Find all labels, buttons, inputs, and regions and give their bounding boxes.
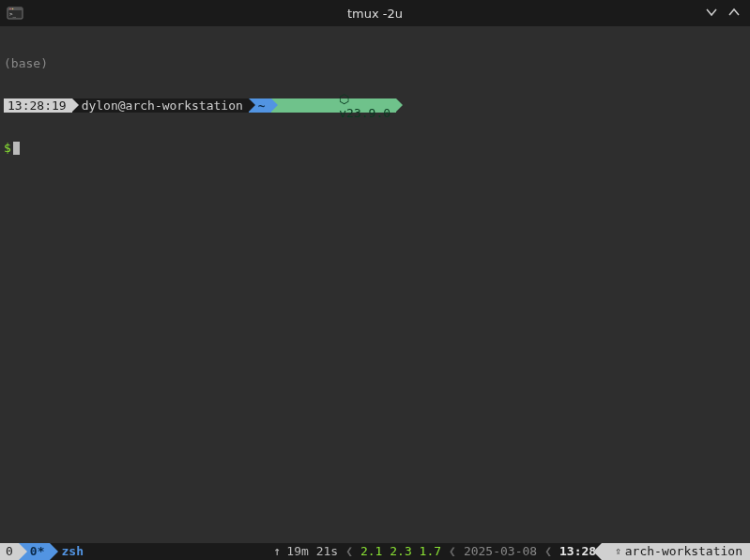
tmux-session-index: 0 [6,543,13,560]
tmux-host-segment: ⇪ arch-workstation [602,543,750,560]
prompt-line: 13:28:19 dylon@arch-workstation ~ ⬡ v23.… [4,98,746,113]
window-title: tmux -2u [0,7,750,21]
chevron-up-icon [727,6,741,19]
prompt-time: 13:28:19 [8,98,67,113]
window-maximize-button[interactable] [727,6,741,22]
chevron-down-icon [705,6,718,19]
tmux-loadavg: 2.1 2.3 1.7 [360,543,441,560]
prompt-userhost-segment: dylon@arch-workstation [72,98,249,113]
tmux-loadavg-segment: 2.1 2.3 1.7 [355,543,447,560]
tmux-window-index: 0* [30,543,45,560]
node-icon: ⬡ [339,92,349,106]
tmux-uptime-segment: ↑ 19m 21s [268,543,344,560]
tmux-date-segment: 2025-03-08 [458,543,543,560]
separator-icon: ❮ [344,543,355,560]
prompt-userhost: dylon@arch-workstation [82,98,243,113]
terminal-icon: >_ [7,5,23,22]
terminal-viewport[interactable]: (base) 13:28:19 dylon@arch-workstation ~… [0,26,750,543]
prompt-ps2: $ [4,141,11,155]
prompt-input-line[interactable]: $ [4,141,746,155]
separator-icon: ❮ [447,543,458,560]
tmux-session-segment[interactable]: 0 [0,543,19,560]
tmux-status-bar: 0 0* zsh ↑ 19m 21s ❮ 2.1 2.3 1.7 ❮ 2025-… [0,543,750,560]
conda-env-label: (base) [4,56,48,70]
svg-text:>_: >_ [9,10,17,18]
tmux-date: 2025-03-08 [464,543,537,560]
window-titlebar: >_ tmux -2u [0,0,750,26]
prompt-node-version: v23.9.0 [339,106,390,120]
window-minimize-button[interactable] [705,6,718,22]
app-icon: >_ [6,4,24,23]
tmux-uptime: 19m 21s [286,543,338,560]
terminal-cursor [13,142,20,155]
separator-icon: ❮ [543,543,554,560]
uptime-arrow-icon: ↑ [274,543,282,560]
prompt-time-segment: 13:28:19 [4,98,72,113]
tmux-clock: 13:28 [559,543,596,560]
prompt-cwd: ~ [258,98,266,113]
prompt-node-segment: ⬡ v23.9.0 [271,98,396,113]
lock-icon: ⇪ [615,543,621,560]
tmux-hostname: arch-workstation [625,543,742,560]
tmux-window-name: zsh [61,543,83,560]
